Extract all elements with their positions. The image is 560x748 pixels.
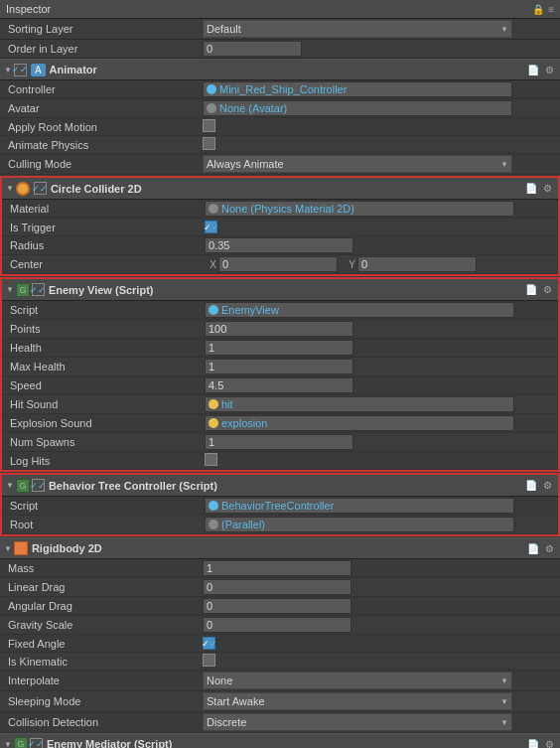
sleeping-mode-dropdown[interactable]: Start Awake ▼ bbox=[203, 692, 512, 710]
is-trigger-label: Is Trigger bbox=[6, 222, 205, 233]
avatar-value[interactable]: None (Avatar) bbox=[203, 100, 512, 116]
cc-checkbox[interactable]: ✓ bbox=[34, 182, 47, 195]
order-input[interactable] bbox=[203, 41, 302, 57]
cc-gear-icon[interactable]: ⚙ bbox=[540, 182, 554, 196]
is-kinematic-checkbox[interactable] bbox=[203, 654, 215, 667]
prop-order-in-layer: Order in Layer bbox=[0, 40, 560, 59]
explosion-sound-dot bbox=[209, 418, 218, 428]
animator-checkbox[interactable]: ✓ bbox=[14, 64, 27, 76]
em-checkbox[interactable]: ✓ bbox=[30, 738, 43, 749]
bt-icon: G bbox=[16, 479, 30, 493]
max-health-input[interactable] bbox=[205, 359, 353, 374]
prop-collision-detection: Collision Detection Discrete ▼ bbox=[0, 712, 560, 733]
radius-input[interactable] bbox=[205, 237, 353, 253]
culling-mode-dropdown[interactable]: Always Animate ▼ bbox=[203, 155, 512, 173]
fixed-angle-checkbox[interactable]: ✓ bbox=[203, 637, 215, 650]
em-icon: G bbox=[14, 737, 28, 748]
bt-gear-icon[interactable]: ⚙ bbox=[540, 479, 554, 493]
speed-input[interactable] bbox=[205, 377, 353, 393]
cc-title: Circle Collider 2D bbox=[51, 183, 524, 195]
bt-checkbox[interactable]: ✓ bbox=[32, 479, 45, 492]
points-input[interactable] bbox=[205, 321, 353, 337]
sorting-layer-dropdown[interactable]: Default ▼ bbox=[203, 20, 512, 38]
root-dot bbox=[209, 520, 218, 529]
fixed-angle-label: Fixed Angle bbox=[4, 638, 203, 650]
circle-collider-header: ▼ ✓ Circle Collider 2D 📄 ⚙ bbox=[2, 178, 558, 200]
hit-sound-dot bbox=[209, 399, 218, 409]
order-value bbox=[203, 41, 556, 57]
hit-sound-value[interactable]: hit bbox=[205, 396, 514, 412]
health-input[interactable] bbox=[205, 340, 353, 356]
linear-drag-input[interactable] bbox=[203, 579, 351, 595]
collision-detection-label: Collision Detection bbox=[4, 716, 203, 728]
prop-speed: Speed bbox=[2, 376, 558, 395]
rb-section-icons: 📄 ⚙ bbox=[526, 541, 556, 555]
prop-is-trigger: Is Trigger ✓ bbox=[2, 219, 558, 236]
center-y-input[interactable] bbox=[357, 256, 477, 272]
num-spawns-input[interactable] bbox=[205, 434, 353, 450]
angular-drag-input[interactable] bbox=[203, 598, 351, 614]
sorting-layer-label: Sorting Layer bbox=[4, 23, 203, 35]
collision-detection-dropdown[interactable]: Discrete ▼ bbox=[203, 713, 512, 731]
prop-mass: Mass bbox=[0, 559, 560, 578]
ev-icon: G bbox=[16, 283, 30, 297]
ev-section-icons: 📄 ⚙ bbox=[524, 283, 554, 297]
cc-section-icons: 📄 ⚙ bbox=[524, 182, 554, 196]
animator-section: ▼ ✓ A Animator 📄 ⚙ Controller Mini_Red_S… bbox=[0, 59, 560, 175]
prop-points: Points bbox=[2, 320, 558, 339]
explosion-sound-value[interactable]: explosion bbox=[205, 415, 514, 431]
controller-label: Controller bbox=[4, 83, 203, 95]
gravity-scale-input[interactable] bbox=[203, 617, 351, 633]
is-trigger-checkbox[interactable]: ✓ bbox=[205, 221, 217, 233]
cc-page-icon[interactable]: 📄 bbox=[524, 182, 538, 196]
prop-script-ev: Script EnemyView bbox=[2, 301, 558, 320]
culling-mode-label: Culling Mode bbox=[4, 158, 203, 170]
bt-page-icon[interactable]: 📄 bbox=[524, 479, 538, 493]
script-ev-label: Script bbox=[6, 304, 205, 316]
behavior-tree-section: ▼ G ✓ Behavior Tree Controller (Script) … bbox=[0, 473, 560, 536]
culling-dropdown-arrow: ▼ bbox=[500, 160, 508, 169]
rigidbody-section: ▼ Rigidbody 2D 📄 ⚙ Mass Linear Drag Angu… bbox=[0, 537, 560, 733]
rb-gear-icon[interactable]: ⚙ bbox=[542, 541, 556, 555]
inspector-panel: Inspector 🔒 ≡ Sorting Layer Default ▼ Or… bbox=[0, 0, 560, 748]
ev-checkbox[interactable]: ✓ bbox=[32, 283, 45, 296]
log-hits-checkbox[interactable] bbox=[205, 453, 217, 466]
speed-label: Speed bbox=[6, 379, 205, 391]
ev-triangle: ▼ bbox=[6, 285, 14, 294]
script-ev-value[interactable]: EnemyView bbox=[205, 302, 514, 318]
script-bt-value[interactable]: BehaviorTreeController bbox=[205, 498, 514, 514]
root-value[interactable]: (Parallel) bbox=[205, 517, 514, 532]
interpolate-label: Interpolate bbox=[4, 674, 203, 686]
animator-title: Animator bbox=[50, 64, 526, 75]
animator-gear-icon[interactable]: ⚙ bbox=[542, 63, 556, 76]
em-gear-icon[interactable]: ⚙ bbox=[542, 737, 556, 748]
prop-gravity-scale: Gravity Scale bbox=[0, 616, 560, 635]
ev-page-icon[interactable]: 📄 bbox=[524, 283, 538, 297]
controller-value[interactable]: Mini_Red_Ship_Controller bbox=[203, 81, 512, 97]
lock-icon[interactable]: 🔒 bbox=[532, 4, 544, 15]
interpolate-dropdown[interactable]: None ▼ bbox=[203, 672, 512, 689]
em-page-icon[interactable]: 📄 bbox=[526, 737, 540, 748]
mass-label: Mass bbox=[4, 562, 203, 574]
material-value[interactable]: None (Physics Material 2D) bbox=[205, 201, 514, 217]
prop-script-bt: Script BehaviorTreeController bbox=[2, 497, 558, 516]
rb-page-icon[interactable]: 📄 bbox=[526, 541, 540, 555]
sleeping-mode-arrow: ▼ bbox=[500, 697, 508, 706]
animator-triangle: ▼ bbox=[4, 66, 12, 75]
animate-physics-checkbox[interactable] bbox=[203, 137, 215, 150]
mass-input[interactable] bbox=[203, 560, 351, 576]
explosion-sound-label: Explosion Sound bbox=[6, 417, 205, 429]
apply-root-checkbox[interactable] bbox=[203, 119, 215, 132]
prop-num-spawns: Num Spawns bbox=[2, 433, 558, 452]
center-xy: X Y bbox=[205, 256, 554, 272]
ev-gear-icon[interactable]: ⚙ bbox=[540, 283, 554, 297]
bt-section-icons: 📄 ⚙ bbox=[524, 479, 554, 493]
enemy-view-section: ▼ G ✓ Enemy View (Script) 📄 ⚙ Script Ene… bbox=[0, 277, 560, 472]
center-x-input[interactable] bbox=[218, 256, 338, 272]
script-ev-dot bbox=[209, 305, 218, 315]
header-icons: 🔒 ≡ bbox=[532, 4, 554, 15]
menu-icon[interactable]: ≡ bbox=[548, 4, 554, 15]
bt-triangle: ▼ bbox=[6, 481, 14, 490]
script-bt-label: Script bbox=[6, 500, 205, 512]
animator-page-icon[interactable]: 📄 bbox=[526, 63, 540, 76]
